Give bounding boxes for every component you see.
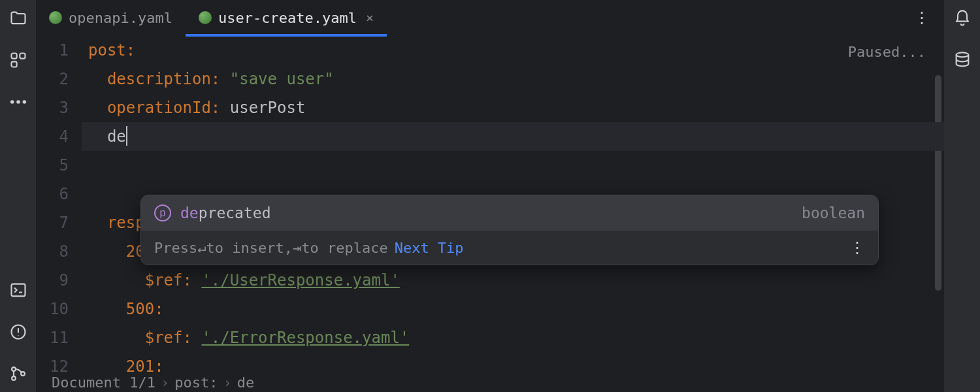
svg-rect-2: [11, 61, 16, 67]
structure-icon[interactable]: [7, 48, 30, 72]
more-tools-icon[interactable]: [7, 90, 30, 114]
line-gutter: 1 2 3 4 5 6 7 8 9 10 11 12: [36, 36, 82, 372]
code-line: 500:: [82, 295, 944, 323]
tab-label: openapi.yaml: [69, 10, 172, 26]
notifications-icon[interactable]: [951, 7, 974, 30]
property-icon: p: [154, 204, 171, 221]
svg-point-10: [21, 372, 25, 376]
editor-tabs: openapi.yaml user-create.yaml × ⋮: [36, 0, 944, 36]
svg-point-11: [956, 52, 968, 57]
problems-icon[interactable]: [7, 320, 30, 344]
autocomplete-more-icon[interactable]: ⋮: [849, 238, 865, 257]
autocomplete-item[interactable]: p deprecated boolean: [141, 195, 878, 231]
code-line: 201:: [82, 352, 944, 381]
yaml-file-icon: [49, 11, 62, 24]
autocomplete-label: deprecated: [180, 204, 270, 221]
code-line: [82, 151, 944, 180]
svg-point-5: [22, 100, 26, 104]
svg-point-9: [12, 376, 16, 380]
svg-rect-6: [11, 284, 25, 297]
autocomplete-type: boolean: [802, 204, 865, 221]
svg-point-8: [12, 367, 16, 371]
vcs-icon[interactable]: [7, 362, 30, 385]
close-tab-icon[interactable]: ×: [366, 10, 374, 25]
code-line: operationId: userPost: [82, 93, 944, 122]
svg-rect-1: [20, 54, 25, 59]
editor-area: openapi.yaml user-create.yaml × ⋮ Paused…: [36, 0, 944, 392]
yaml-file-icon: [199, 11, 212, 24]
tab-user-create[interactable]: user-create.yaml ×: [186, 0, 387, 36]
svg-point-4: [16, 100, 20, 104]
code-line: post:: [82, 36, 944, 65]
code-line-current: de: [82, 122, 944, 151]
tab-label: user-create.yaml: [218, 10, 357, 26]
code-line: description: "save user": [82, 65, 944, 93]
next-tip-link[interactable]: Next Tip: [395, 240, 464, 256]
tab-overflow-icon[interactable]: ⋮: [901, 8, 944, 27]
svg-rect-0: [11, 54, 16, 59]
svg-point-3: [10, 100, 14, 104]
project-folder-icon[interactable]: [7, 7, 30, 30]
code-line: $ref: './ErrorResponse.yaml': [82, 323, 944, 352]
autocomplete-footer: Press ↵ to insert, ⇥ to replace Next Tip…: [141, 231, 878, 265]
code-line: $ref: './UserResponse.yaml': [82, 266, 944, 295]
left-activity-bar: [0, 0, 36, 392]
code-editor[interactable]: Paused... 1 2 3 4 5 6 7 8 9 10 11 12 pos…: [36, 36, 944, 372]
database-icon[interactable]: [951, 48, 974, 72]
tab-openapi[interactable]: openapi.yaml: [36, 0, 186, 36]
right-activity-bar: [944, 0, 980, 392]
autocomplete-popup: p deprecated boolean Press ↵ to insert, …: [140, 195, 879, 265]
terminal-icon[interactable]: [7, 278, 30, 302]
text-caret: [126, 126, 127, 146]
